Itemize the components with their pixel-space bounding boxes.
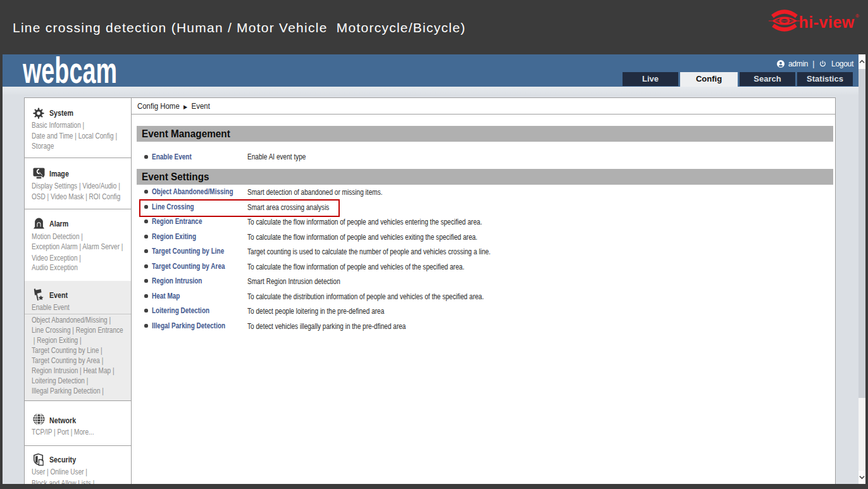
svg-text:hi-view: hi-view bbox=[799, 13, 855, 31]
svg-text:®: ® bbox=[855, 13, 859, 19]
svg-text:webcam: webcam bbox=[22, 54, 117, 87]
